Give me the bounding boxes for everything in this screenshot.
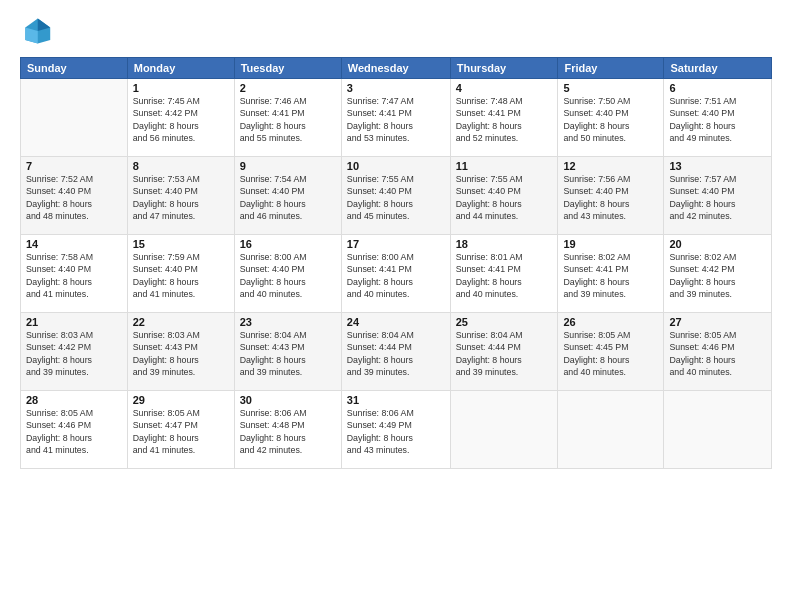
calendar-day-cell: 10Sunrise: 7:55 AM Sunset: 4:40 PM Dayli…	[341, 157, 450, 235]
day-info: Sunrise: 7:50 AM Sunset: 4:40 PM Dayligh…	[563, 95, 658, 144]
day-number: 4	[456, 82, 553, 94]
weekday-header: Monday	[127, 58, 234, 79]
day-number: 23	[240, 316, 336, 328]
calendar-day-cell: 3Sunrise: 7:47 AM Sunset: 4:41 PM Daylig…	[341, 79, 450, 157]
calendar-week-row: 1Sunrise: 7:45 AM Sunset: 4:42 PM Daylig…	[21, 79, 772, 157]
day-info: Sunrise: 8:05 AM Sunset: 4:45 PM Dayligh…	[563, 329, 658, 378]
day-info: Sunrise: 8:02 AM Sunset: 4:41 PM Dayligh…	[563, 251, 658, 300]
calendar-day-cell: 20Sunrise: 8:02 AM Sunset: 4:42 PM Dayli…	[664, 235, 772, 313]
calendar-day-cell: 1Sunrise: 7:45 AM Sunset: 4:42 PM Daylig…	[127, 79, 234, 157]
day-info: Sunrise: 7:53 AM Sunset: 4:40 PM Dayligh…	[133, 173, 229, 222]
calendar-day-cell: 23Sunrise: 8:04 AM Sunset: 4:43 PM Dayli…	[234, 313, 341, 391]
calendar-day-cell: 2Sunrise: 7:46 AM Sunset: 4:41 PM Daylig…	[234, 79, 341, 157]
day-number: 5	[563, 82, 658, 94]
calendar-day-cell: 15Sunrise: 7:59 AM Sunset: 4:40 PM Dayli…	[127, 235, 234, 313]
calendar-day-cell: 7Sunrise: 7:52 AM Sunset: 4:40 PM Daylig…	[21, 157, 128, 235]
calendar-day-cell: 6Sunrise: 7:51 AM Sunset: 4:40 PM Daylig…	[664, 79, 772, 157]
day-number: 9	[240, 160, 336, 172]
day-info: Sunrise: 7:51 AM Sunset: 4:40 PM Dayligh…	[669, 95, 766, 144]
calendar-week-row: 28Sunrise: 8:05 AM Sunset: 4:46 PM Dayli…	[21, 391, 772, 469]
day-number: 1	[133, 82, 229, 94]
calendar-header-row: SundayMondayTuesdayWednesdayThursdayFrid…	[21, 58, 772, 79]
day-info: Sunrise: 8:06 AM Sunset: 4:48 PM Dayligh…	[240, 407, 336, 456]
page-header	[20, 15, 772, 47]
weekday-header: Tuesday	[234, 58, 341, 79]
calendar-day-cell: 30Sunrise: 8:06 AM Sunset: 4:48 PM Dayli…	[234, 391, 341, 469]
day-info: Sunrise: 7:54 AM Sunset: 4:40 PM Dayligh…	[240, 173, 336, 222]
calendar-day-cell: 12Sunrise: 7:56 AM Sunset: 4:40 PM Dayli…	[558, 157, 664, 235]
calendar-day-cell: 13Sunrise: 7:57 AM Sunset: 4:40 PM Dayli…	[664, 157, 772, 235]
calendar-day-cell: 28Sunrise: 8:05 AM Sunset: 4:46 PM Dayli…	[21, 391, 128, 469]
day-info: Sunrise: 8:03 AM Sunset: 4:42 PM Dayligh…	[26, 329, 122, 378]
day-number: 21	[26, 316, 122, 328]
day-number: 25	[456, 316, 553, 328]
day-number: 6	[669, 82, 766, 94]
day-info: Sunrise: 7:56 AM Sunset: 4:40 PM Dayligh…	[563, 173, 658, 222]
day-number: 13	[669, 160, 766, 172]
day-info: Sunrise: 8:02 AM Sunset: 4:42 PM Dayligh…	[669, 251, 766, 300]
day-number: 20	[669, 238, 766, 250]
calendar-day-cell: 31Sunrise: 8:06 AM Sunset: 4:49 PM Dayli…	[341, 391, 450, 469]
day-number: 30	[240, 394, 336, 406]
calendar-week-row: 21Sunrise: 8:03 AM Sunset: 4:42 PM Dayli…	[21, 313, 772, 391]
calendar-day-cell: 27Sunrise: 8:05 AM Sunset: 4:46 PM Dayli…	[664, 313, 772, 391]
day-info: Sunrise: 8:05 AM Sunset: 4:46 PM Dayligh…	[26, 407, 122, 456]
empty-day-cell	[21, 79, 128, 157]
day-info: Sunrise: 7:55 AM Sunset: 4:40 PM Dayligh…	[456, 173, 553, 222]
calendar-day-cell: 11Sunrise: 7:55 AM Sunset: 4:40 PM Dayli…	[450, 157, 558, 235]
day-number: 10	[347, 160, 445, 172]
logo-icon	[20, 15, 52, 47]
calendar-body: 1Sunrise: 7:45 AM Sunset: 4:42 PM Daylig…	[21, 79, 772, 469]
weekday-header: Saturday	[664, 58, 772, 79]
day-number: 29	[133, 394, 229, 406]
day-info: Sunrise: 8:01 AM Sunset: 4:41 PM Dayligh…	[456, 251, 553, 300]
logo	[20, 15, 56, 47]
calendar-day-cell: 24Sunrise: 8:04 AM Sunset: 4:44 PM Dayli…	[341, 313, 450, 391]
empty-day-cell	[558, 391, 664, 469]
weekday-header: Sunday	[21, 58, 128, 79]
weekday-header: Wednesday	[341, 58, 450, 79]
calendar-day-cell: 19Sunrise: 8:02 AM Sunset: 4:41 PM Dayli…	[558, 235, 664, 313]
calendar: SundayMondayTuesdayWednesdayThursdayFrid…	[20, 57, 772, 469]
day-info: Sunrise: 7:48 AM Sunset: 4:41 PM Dayligh…	[456, 95, 553, 144]
day-info: Sunrise: 8:04 AM Sunset: 4:43 PM Dayligh…	[240, 329, 336, 378]
empty-day-cell	[664, 391, 772, 469]
day-number: 27	[669, 316, 766, 328]
weekday-header: Friday	[558, 58, 664, 79]
day-info: Sunrise: 8:06 AM Sunset: 4:49 PM Dayligh…	[347, 407, 445, 456]
calendar-day-cell: 29Sunrise: 8:05 AM Sunset: 4:47 PM Dayli…	[127, 391, 234, 469]
day-info: Sunrise: 8:04 AM Sunset: 4:44 PM Dayligh…	[456, 329, 553, 378]
calendar-day-cell: 9Sunrise: 7:54 AM Sunset: 4:40 PM Daylig…	[234, 157, 341, 235]
day-number: 31	[347, 394, 445, 406]
day-info: Sunrise: 7:57 AM Sunset: 4:40 PM Dayligh…	[669, 173, 766, 222]
day-info: Sunrise: 7:58 AM Sunset: 4:40 PM Dayligh…	[26, 251, 122, 300]
day-number: 12	[563, 160, 658, 172]
calendar-day-cell: 17Sunrise: 8:00 AM Sunset: 4:41 PM Dayli…	[341, 235, 450, 313]
calendar-day-cell: 5Sunrise: 7:50 AM Sunset: 4:40 PM Daylig…	[558, 79, 664, 157]
calendar-day-cell: 14Sunrise: 7:58 AM Sunset: 4:40 PM Dayli…	[21, 235, 128, 313]
day-number: 26	[563, 316, 658, 328]
day-info: Sunrise: 7:55 AM Sunset: 4:40 PM Dayligh…	[347, 173, 445, 222]
day-info: Sunrise: 8:05 AM Sunset: 4:46 PM Dayligh…	[669, 329, 766, 378]
day-info: Sunrise: 7:59 AM Sunset: 4:40 PM Dayligh…	[133, 251, 229, 300]
day-info: Sunrise: 7:52 AM Sunset: 4:40 PM Dayligh…	[26, 173, 122, 222]
day-info: Sunrise: 8:03 AM Sunset: 4:43 PM Dayligh…	[133, 329, 229, 378]
day-number: 24	[347, 316, 445, 328]
calendar-day-cell: 4Sunrise: 7:48 AM Sunset: 4:41 PM Daylig…	[450, 79, 558, 157]
calendar-week-row: 14Sunrise: 7:58 AM Sunset: 4:40 PM Dayli…	[21, 235, 772, 313]
day-number: 8	[133, 160, 229, 172]
day-number: 7	[26, 160, 122, 172]
day-info: Sunrise: 7:47 AM Sunset: 4:41 PM Dayligh…	[347, 95, 445, 144]
day-info: Sunrise: 8:04 AM Sunset: 4:44 PM Dayligh…	[347, 329, 445, 378]
day-number: 18	[456, 238, 553, 250]
calendar-day-cell: 21Sunrise: 8:03 AM Sunset: 4:42 PM Dayli…	[21, 313, 128, 391]
calendar-day-cell: 8Sunrise: 7:53 AM Sunset: 4:40 PM Daylig…	[127, 157, 234, 235]
calendar-day-cell: 22Sunrise: 8:03 AM Sunset: 4:43 PM Dayli…	[127, 313, 234, 391]
day-number: 16	[240, 238, 336, 250]
calendar-day-cell: 26Sunrise: 8:05 AM Sunset: 4:45 PM Dayli…	[558, 313, 664, 391]
calendar-day-cell: 25Sunrise: 8:04 AM Sunset: 4:44 PM Dayli…	[450, 313, 558, 391]
day-info: Sunrise: 8:00 AM Sunset: 4:40 PM Dayligh…	[240, 251, 336, 300]
day-number: 28	[26, 394, 122, 406]
day-number: 2	[240, 82, 336, 94]
day-number: 17	[347, 238, 445, 250]
